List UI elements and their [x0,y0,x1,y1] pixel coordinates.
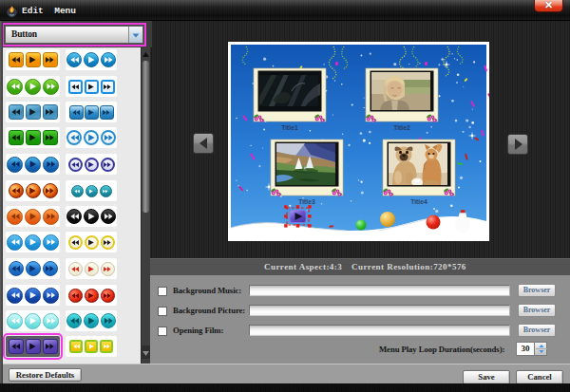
svg-text:Title1: Title1 [281,124,298,131]
svg-text:Title2: Title2 [393,124,410,131]
svg-text:Title3: Title3 [298,198,315,205]
svg-text:Title4: Title4 [410,198,428,205]
